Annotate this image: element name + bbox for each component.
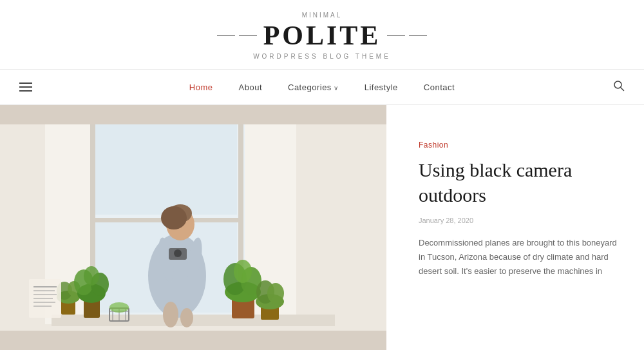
svg-point-38 <box>267 283 284 304</box>
svg-point-18 <box>174 249 182 257</box>
site-header: MINIMAL POLITE WORDPRESS BLOG THEME <box>0 0 644 70</box>
site-logo-wrapper: POLITE <box>0 20 644 51</box>
svg-point-20 <box>180 308 193 327</box>
nav-links-list: Home About Categories Lifestyle Contact <box>189 81 455 93</box>
nav-link-lifestyle[interactable]: Lifestyle <box>365 83 398 92</box>
search-icon[interactable] <box>613 80 625 94</box>
svg-rect-8 <box>95 124 237 215</box>
nav-item-contact[interactable]: Contact <box>424 81 455 93</box>
nav-link-home[interactable]: Home <box>189 83 213 92</box>
site-title: POLITE <box>263 20 381 51</box>
featured-image <box>0 105 386 350</box>
article-date: January 28, 2020 <box>419 217 618 224</box>
article-excerpt: Decommissioned planes are brought to thi… <box>419 236 618 278</box>
svg-point-19 <box>163 302 178 327</box>
nav-item-about[interactable]: About <box>239 81 262 93</box>
svg-point-14 <box>161 206 187 229</box>
nav-link-contact[interactable]: Contact <box>424 83 455 92</box>
nav-item-categories[interactable]: Categories <box>288 81 339 93</box>
main-nav: Home About Categories Lifestyle Contact <box>0 70 644 105</box>
main-content: Fashion Using black camera outdoors Janu… <box>0 105 644 350</box>
svg-point-29 <box>84 266 99 286</box>
svg-point-34 <box>234 260 252 283</box>
logo-line-left <box>217 35 257 36</box>
svg-point-44 <box>109 302 129 313</box>
svg-line-1 <box>621 88 624 91</box>
nav-link-about[interactable]: About <box>239 83 262 92</box>
site-subtitle: WORDPRESS BLOG THEME <box>0 53 644 60</box>
nav-item-lifestyle[interactable]: Lifestyle <box>365 81 398 93</box>
article-category[interactable]: Fashion <box>419 141 618 150</box>
article-title[interactable]: Using black camera outdoors <box>419 157 618 208</box>
logo-line-right <box>387 35 427 36</box>
nav-item-home[interactable]: Home <box>189 81 213 93</box>
article-sidebar: Fashion Using black camera outdoors Janu… <box>386 105 644 350</box>
hamburger-menu[interactable] <box>19 83 32 92</box>
nav-link-categories[interactable]: Categories <box>288 83 339 92</box>
site-tagline-minimal: MINIMAL <box>0 12 644 19</box>
